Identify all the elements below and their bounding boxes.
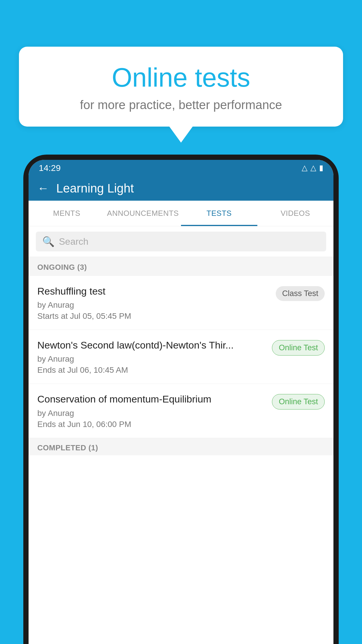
test-name: Reshuffling test: [37, 285, 270, 298]
speech-bubble-section: Online tests for more practice, better p…: [19, 47, 343, 143]
bubble-title: Online tests: [36, 63, 326, 93]
search-container: 🔍 Search: [29, 226, 333, 257]
test-date: Starts at Jul 05, 05:45 PM: [37, 312, 270, 321]
test-badge: Online Test: [272, 394, 325, 410]
completed-label: COMPLETED (1): [37, 443, 98, 452]
ongoing-section-header: ONGOING (3): [29, 257, 333, 276]
test-name: Newton's Second law(contd)-Newton's Thir…: [37, 339, 266, 351]
completed-section-header: COMPLETED (1): [29, 438, 333, 455]
tab-ments[interactable]: MENTS: [29, 201, 105, 226]
tabs-bar: MENTS ANNOUNCEMENTS TESTS VIDEOS: [29, 201, 333, 226]
bubble-subtitle: for more practice, better performance: [36, 98, 326, 112]
test-item-info: Reshuffling test by Anurag Starts at Jul…: [37, 285, 276, 321]
bubble-arrow: [169, 127, 193, 143]
search-bar[interactable]: 🔍 Search: [36, 232, 326, 251]
phone-inner: 14:29 △ △ ▮ ← Learning Light MENTS ANNOU…: [29, 160, 333, 644]
back-button[interactable]: ←: [37, 182, 49, 195]
list-item[interactable]: Reshuffling test by Anurag Starts at Jul…: [29, 276, 333, 330]
test-date: Ends at Jul 06, 10:45 AM: [37, 365, 266, 375]
test-list: Reshuffling test by Anurag Starts at Jul…: [29, 276, 333, 438]
test-author: by Anurag: [37, 409, 266, 418]
test-author: by Anurag: [37, 354, 266, 364]
test-item-info: Newton's Second law(contd)-Newton's Thir…: [37, 339, 272, 375]
test-badge: Online Test: [272, 340, 325, 356]
battery-icon: ▮: [319, 163, 323, 172]
list-item[interactable]: Conservation of momentum-Equilibrium by …: [29, 384, 333, 438]
status-bar: 14:29 △ △ ▮: [29, 160, 333, 176]
phone-frame: 14:29 △ △ ▮ ← Learning Light MENTS ANNOU…: [23, 155, 339, 644]
app-title: Learning Light: [56, 181, 134, 195]
phone-container: 14:29 △ △ ▮ ← Learning Light MENTS ANNOU…: [23, 155, 339, 644]
test-author: by Anurag: [37, 300, 270, 310]
screen-content: 🔍 Search ONGOING (3) Reshuffling test by…: [29, 226, 333, 644]
search-placeholder: Search: [59, 236, 88, 247]
tab-announcements[interactable]: ANNOUNCEMENTS: [105, 201, 181, 226]
tab-tests[interactable]: TESTS: [181, 201, 257, 226]
speech-bubble: Online tests for more practice, better p…: [19, 47, 343, 127]
ongoing-label: ONGOING (3): [37, 263, 87, 272]
tab-videos[interactable]: VIDEOS: [257, 201, 334, 226]
status-icons: △ △ ▮: [302, 163, 323, 172]
test-name: Conservation of momentum-Equilibrium: [37, 393, 266, 405]
app-header: ← Learning Light: [29, 176, 333, 201]
wifi-icon: △: [302, 163, 307, 172]
test-date: Ends at Jun 10, 06:00 PM: [37, 420, 266, 429]
test-badge: Class Test: [276, 286, 325, 301]
search-icon: 🔍: [42, 236, 55, 247]
status-time: 14:29: [39, 163, 61, 173]
test-item-info: Conservation of momentum-Equilibrium by …: [37, 393, 272, 429]
list-item[interactable]: Newton's Second law(contd)-Newton's Thir…: [29, 330, 333, 384]
signal-icon: △: [310, 163, 316, 172]
